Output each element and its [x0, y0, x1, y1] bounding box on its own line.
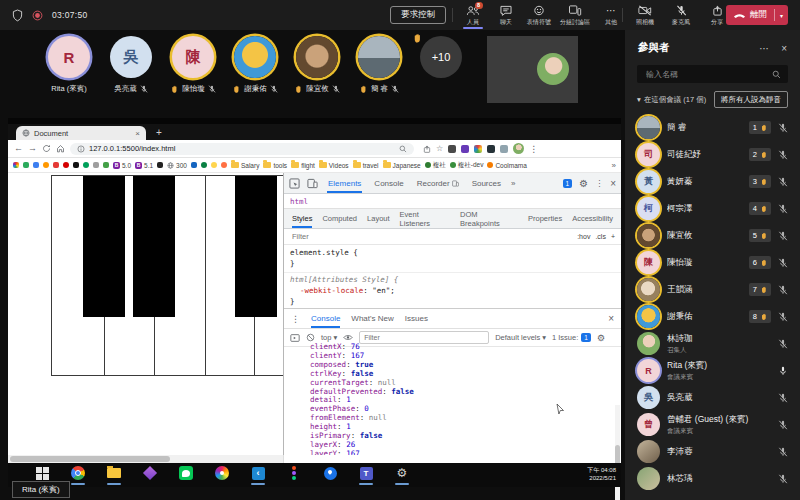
camera-toggle-button[interactable]: 照相機 [630, 1, 660, 29]
bookmark-folder[interactable]: Salary [231, 162, 259, 169]
participant-row[interactable]: 簡 睿 1 [625, 114, 800, 141]
styles-filter-input[interactable] [290, 231, 571, 242]
mic-toggle-button[interactable]: 麥克風 [666, 1, 696, 29]
taskbar-3d-viewer[interactable] [142, 466, 158, 485]
clear-console-icon[interactable] [306, 333, 315, 342]
pseudo-state-toggle[interactable]: :hov [577, 233, 590, 240]
bookmark-item[interactable]: B5.0 [113, 162, 131, 169]
participant-row[interactable]: 柯 柯宗澤 4 [625, 195, 800, 222]
piano-keyboard[interactable] [51, 175, 283, 376]
horizontal-scrollbar[interactable] [8, 455, 284, 463]
tab-dom-breakpoints[interactable]: DOM Breakpoints [460, 209, 518, 228]
camera-video-tile[interactable] [487, 36, 578, 103]
participant-tile[interactable]: 陳 陳怡璇 [162, 36, 224, 94]
console-settings-icon[interactable]: ⚙ [597, 333, 605, 343]
black-key[interactable] [235, 176, 277, 317]
devtools-tab-sources[interactable]: Sources [469, 173, 504, 193]
participant-tile[interactable]: 謝秉佑 [224, 36, 286, 94]
taskbar-file-explorer[interactable] [106, 466, 122, 485]
log-levels-dropdown[interactable]: Default levels▾ [495, 333, 546, 342]
request-control-button[interactable]: 要求控制 [390, 6, 446, 24]
issues-counter[interactable]: 1 Issue:1 [552, 333, 591, 342]
bookmark-favicon[interactable] [157, 162, 163, 168]
overflow-participants-tile[interactable]: +10 [410, 36, 472, 94]
participant-tile[interactable]: 吳 吳亮葳 [100, 36, 162, 94]
styles-rules-pane[interactable]: element.style { } html[Attributes Style]… [284, 245, 621, 309]
bookmark-favicon[interactable] [221, 162, 227, 168]
panel-close-icon[interactable]: × [781, 43, 787, 54]
bookmark-favicon[interactable] [63, 162, 69, 168]
participant-search-input[interactable] [644, 69, 767, 80]
breakout-rooms-button[interactable]: 分組討論區 [557, 1, 593, 29]
devtools-tab-console[interactable]: Console [371, 173, 406, 193]
console-sidebar-icon[interactable] [290, 333, 300, 343]
bookmark-favicon[interactable] [211, 162, 217, 168]
console-output[interactable]: clientX76 clientY167 composedtrue ctrlKe… [284, 343, 621, 455]
taskbar-chrome[interactable] [70, 466, 86, 485]
tab-styles[interactable]: Styles [292, 209, 312, 228]
participant-row[interactable]: 陳宜攸 5 [625, 222, 800, 249]
new-tab-button[interactable]: + [156, 126, 162, 140]
reactions-button[interactable]: 表情符號 [524, 1, 554, 29]
devtools-tab-elements[interactable]: Elements [325, 173, 364, 193]
elements-breadcrumb[interactable]: html [284, 194, 621, 209]
participant-row[interactable]: 黃 黃妍蓁 3 [625, 168, 800, 195]
participant-tile[interactable]: 陳宜攸 [286, 36, 348, 94]
devtools-tab-recorder[interactable]: Recorder [414, 173, 462, 193]
css-property[interactable]: -webkit-locale [300, 286, 372, 295]
bookmark-item[interactable]: 300 [167, 162, 187, 169]
browser-menu-icon[interactable]: ⋮ [529, 144, 538, 154]
bookmark-folder[interactable]: travel [353, 162, 379, 169]
bookmark-favicon[interactable] [73, 162, 79, 168]
share-page-icon[interactable] [423, 145, 431, 153]
bookmark-folder[interactable]: tools [263, 162, 287, 169]
participant-row[interactable]: 李沛蓉 [625, 438, 800, 465]
bookmark-favicon[interactable] [93, 162, 99, 168]
drawer-close-icon[interactable]: × [608, 313, 614, 324]
more-tabs-icon[interactable]: » [511, 179, 515, 188]
bookmark-favicon[interactable] [201, 162, 207, 168]
taskbar-vscode[interactable]: ‹ [250, 466, 266, 485]
participant-row[interactable]: 陳 陳怡璇 6 [625, 249, 800, 276]
bookmark-folder[interactable]: Videos [319, 162, 349, 169]
forward-button[interactable]: → [28, 144, 37, 153]
taskbar-settings[interactable]: ⚙ [394, 466, 410, 485]
chat-button[interactable]: 聊天 [491, 1, 521, 29]
zoom-icon[interactable] [399, 145, 407, 153]
bookmark-favicon[interactable] [33, 162, 39, 168]
tab-event-listeners[interactable]: Event Listeners [400, 209, 451, 228]
participant-search[interactable] [637, 65, 788, 83]
participant-row[interactable]: 林芯瑀 [625, 465, 800, 492]
devtools-settings-icon[interactable]: ⚙ [579, 178, 588, 189]
tab-issues[interactable]: Issues [405, 309, 428, 328]
class-toggle[interactable]: .cls [595, 233, 606, 240]
panel-more-icon[interactable]: ⋯ [759, 43, 769, 54]
tab-layout[interactable]: Layout [367, 209, 390, 228]
browser-tab[interactable]: Document × [16, 126, 146, 140]
bookmark-favicon[interactable] [83, 162, 89, 168]
participant-row[interactable]: 王韻涵 7 [625, 276, 800, 303]
participant-row[interactable]: 吳 吳亮葳 [625, 384, 800, 411]
extension-icon[interactable] [448, 145, 456, 153]
tab-close-icon[interactable]: × [135, 129, 140, 138]
bookmark-item[interactable]: 複社-dev [450, 161, 484, 170]
bookmark-favicon[interactable] [103, 162, 109, 168]
devtools-close-icon[interactable]: × [610, 178, 616, 189]
taskbar-teams[interactable]: T [358, 466, 374, 485]
participant-tile[interactable]: R Rita (來賓) [38, 36, 100, 94]
extension-icon[interactable] [474, 145, 482, 153]
css-value[interactable]: "en"; [372, 286, 395, 295]
js-context-selector[interactable]: top▾ [321, 333, 337, 342]
leave-button[interactable]: 離開 [726, 9, 774, 21]
live-expression-eye-icon[interactable] [343, 334, 353, 341]
bookmark-favicon[interactable] [53, 162, 59, 168]
bookmark-favicon[interactable] [191, 162, 197, 168]
leave-options-chevron[interactable]: ▾ [775, 12, 788, 19]
tab-accessibility[interactable]: Accessibility [572, 209, 613, 228]
section-header[interactable]: ▾在這個會議 (17 個) [637, 95, 710, 105]
bookmark-item[interactable]: Coolmama [487, 162, 526, 169]
extension-icon[interactable] [500, 145, 508, 153]
bookmark-item[interactable]: B5.1 [135, 162, 153, 169]
taskbar-clock[interactable]: 下午 04:08 2022/5/21 [587, 466, 616, 482]
participant-row[interactable]: R Rita (來賓)會議來賓 [625, 357, 800, 384]
